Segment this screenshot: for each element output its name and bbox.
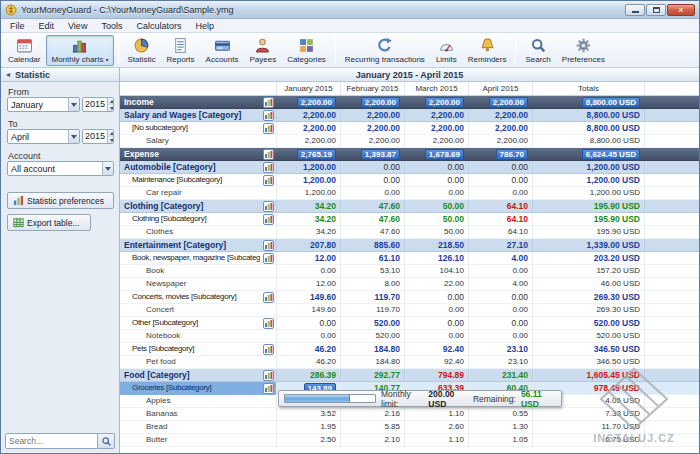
table-row[interactable]: Car repair1,200.000.000.000.001,200.00 U… [120, 187, 699, 200]
table-row[interactable]: Food [Category]286.39292.77794.89231.401… [120, 369, 699, 382]
row-chart-icon[interactable] [260, 200, 276, 213]
value-text: 8,800.00 USD [590, 136, 640, 145]
value-text: 4.00 [511, 253, 528, 263]
minimize-button[interactable] [625, 4, 645, 16]
row-chart-icon[interactable] [260, 174, 276, 187]
menu-edit[interactable]: Edit [32, 21, 62, 31]
statistic-preferences-button[interactable]: Statistic preferences [7, 192, 114, 209]
row-value: 1,393.87 [340, 148, 404, 161]
from-month-select[interactable]: January [7, 97, 80, 112]
table-row[interactable]: Clothing [Subcategory]34.2047.6050.0064.… [120, 213, 699, 226]
toolbar-payees-button[interactable]: Payees [244, 35, 281, 66]
table-row[interactable]: Bananas3.522.161.100.557.33 USD [120, 408, 699, 421]
categories-icon [298, 37, 315, 54]
to-year-spinner[interactable]: 2015 [82, 129, 114, 144]
table-row[interactable]: Income2,200.002,200.002,200.002,200.008,… [120, 96, 699, 109]
value-text: 231.40 [502, 370, 528, 380]
row-value: 0.00 [468, 187, 532, 200]
value-text: 126.10 [438, 253, 464, 263]
table-row[interactable]: Newspaper12.008.0022.004.0046.00 USD [120, 278, 699, 291]
toolbar-statistic-button[interactable]: Statistic [123, 35, 161, 66]
row-chart-icon[interactable] [260, 109, 276, 122]
row-total: 520.00 USD [532, 317, 644, 330]
row-chart-icon[interactable] [260, 317, 276, 330]
table-row[interactable]: Pet food46.20184.8092.4023.10346.50 USD [120, 356, 699, 369]
table-row[interactable]: Concerts, movies [Subcategory]149.60119.… [120, 291, 699, 304]
title-bar[interactable]: YourMoneyGuard - C:\YourMoneyGuard\Sampl… [1, 1, 699, 19]
table-row[interactable]: [No subcategory]2,200.002,200.002,200.00… [120, 122, 699, 135]
limit-progress-bar [284, 394, 376, 403]
toolbar-monthly-charts-button[interactable]: Monthly charts▾ [46, 35, 113, 66]
chevron-down-icon[interactable] [102, 162, 113, 175]
menu-help[interactable]: Help [188, 21, 221, 31]
table-row[interactable]: Salary and Wages [Category]2,200.002,200… [120, 109, 699, 122]
chevron-down-icon[interactable] [68, 130, 79, 143]
search-input[interactable] [5, 433, 98, 449]
row-chart-icon[interactable] [260, 213, 276, 226]
row-value: 12.00 [276, 278, 340, 291]
row-value: 2,200.00 [404, 122, 468, 135]
table-row[interactable]: Salary2,200.002,200.002,200.002,200.008,… [120, 135, 699, 148]
account-select[interactable]: All account [7, 161, 114, 176]
to-month-select[interactable]: April [7, 129, 80, 144]
toolbar-preferences-button[interactable]: Preferences [557, 35, 610, 66]
value-text: 184.80 [374, 344, 400, 354]
value-text: 34.20 [316, 227, 336, 236]
maximize-button[interactable] [646, 4, 666, 16]
row-chart-icon[interactable] [260, 239, 276, 252]
table-row[interactable]: Entertainment [Category]207.80885.60218.… [120, 239, 699, 252]
table-row[interactable]: Automobile [Category]1,200.000.000.000.0… [120, 161, 699, 174]
chevron-down-icon[interactable] [68, 98, 79, 111]
row-chart-icon[interactable] [260, 369, 276, 382]
row-chart-icon[interactable] [260, 291, 276, 304]
spin-down-icon[interactable] [107, 137, 114, 144]
table-row[interactable]: Expense2,765.191,393.871,678.69786.706,6… [120, 148, 699, 161]
menu-tools[interactable]: Tools [94, 21, 129, 31]
table-row[interactable]: Clothes34.2047.6050.0064.10195.90 USD [120, 226, 699, 239]
row-chart-icon[interactable] [260, 343, 276, 356]
menu-file[interactable]: File [3, 21, 32, 31]
row-label: Car repair [120, 187, 260, 200]
statistic-preferences-label: Statistic preferences [27, 196, 104, 206]
value-text: 207.80 [310, 240, 336, 250]
toolbar-categories-button[interactable]: Categories [282, 35, 331, 66]
table-row[interactable]: Maintenance [Subcategory]1,200.000.000.0… [120, 174, 699, 187]
menu-calculators[interactable]: Calculators [129, 21, 188, 31]
row-value: 0.00 [340, 161, 404, 174]
table-row[interactable]: Book, newspaper, magazine [Subcategory]1… [120, 252, 699, 265]
row-chart-icon[interactable] [260, 161, 276, 174]
row-chart-icon[interactable] [260, 122, 276, 135]
toolbar-recurring-transactions-button[interactable]: Recurring transactions [340, 35, 430, 66]
toolbar-limits-button[interactable]: Limits [431, 35, 462, 66]
row-chart-icon[interactable] [260, 148, 276, 161]
menu-view[interactable]: View [61, 21, 94, 31]
value-text: 1,200.00 USD [590, 188, 640, 197]
export-table-button[interactable]: Export table... [7, 214, 91, 231]
table-row[interactable]: Butter2.502.101.101.056.75 USD [120, 434, 699, 447]
table-row[interactable]: Pets [Subcategory]46.20184.8092.4023.103… [120, 343, 699, 356]
search-icon[interactable] [98, 433, 115, 449]
value-text: 0.55 [512, 409, 528, 418]
toolbar-reports-button[interactable]: Reports [162, 35, 200, 66]
close-button[interactable]: × [667, 4, 695, 16]
toolbar-accounts-button[interactable]: Accounts [201, 35, 244, 66]
toolbar-search-button[interactable]: Search [520, 35, 555, 66]
column-header: April 2015 [468, 82, 532, 95]
row-total: 8,800.00 USD [532, 96, 644, 109]
table-row[interactable]: Concert149.60119.700.000.00269.30 USD [120, 304, 699, 317]
table-row[interactable]: Notebook0.00520.000.000.00520.00 USD [120, 330, 699, 343]
from-year-spinner[interactable]: 2015 [82, 97, 114, 112]
table-row[interactable]: Bread1.955.852.601.3011.70 USD [120, 421, 699, 434]
toolbar-calendar-button[interactable]: Calendar [3, 35, 45, 66]
row-value: 2,200.00 [340, 122, 404, 135]
spin-down-icon[interactable] [107, 105, 114, 112]
table-row[interactable]: Other [Subcategory]0.00520.000.000.00520… [120, 317, 699, 330]
toolbar-reminders-button[interactable]: Reminders [463, 35, 512, 66]
value-text: 520.00 USD [596, 331, 640, 340]
collapse-panel-icon[interactable]: ◄ [1, 71, 15, 78]
row-chart-icon[interactable] [260, 382, 276, 395]
table-row[interactable]: Clothing [Category]34.2047.6050.0064.101… [120, 200, 699, 213]
table-row[interactable]: Book0.0053.10104.100.00157.20 USD [120, 265, 699, 278]
row-chart-icon[interactable] [260, 252, 276, 265]
row-chart-icon[interactable] [260, 96, 276, 109]
